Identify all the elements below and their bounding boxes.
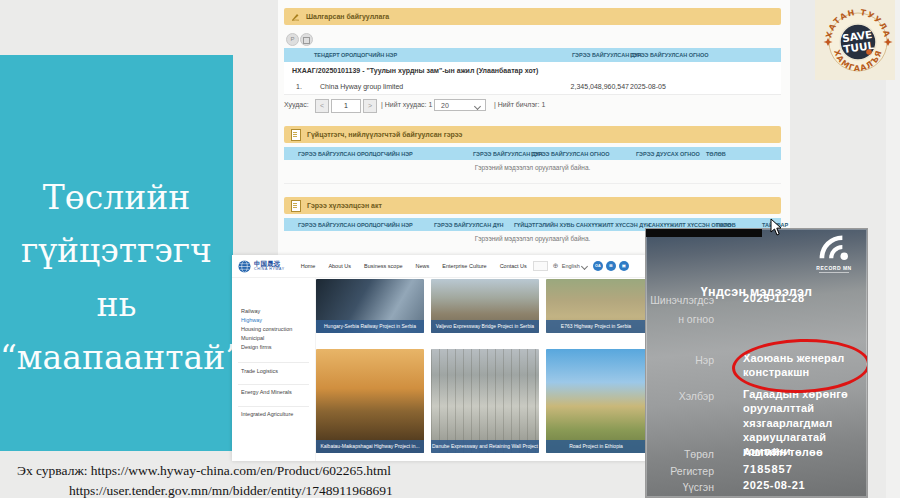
language-selector[interactable]: English <box>562 263 580 269</box>
site-header: 中国晟远 CHINA HYWAY Home About Us Business … <box>232 255 647 278</box>
site-logo-text: 中国晟远 CHINA HYWAY <box>254 261 285 271</box>
sidebar-item-railway[interactable]: Railway <box>241 308 260 314</box>
site-nav: Home About Us Business scope News Enterp… <box>301 263 527 269</box>
record-mn-logo: RECORD MN <box>809 234 859 273</box>
record-arcs-icon <box>819 234 849 260</box>
project-card-ethiopia-road[interactable]: Road Project in Ethiopia <box>546 349 646 453</box>
slide: Төслийн гүйцэтгэгч нь “маапаантай” Шалга… <box>0 0 900 498</box>
china-hyway-logo-icon <box>238 260 251 273</box>
section-act-header: Гэрээ хүлээлцсэн акт <box>284 197 781 214</box>
tender-group-title: НХААГ/20250101139 - "Туулын хурдны зам"-… <box>292 67 538 74</box>
headline-line1: Төслийн <box>0 171 233 224</box>
bidder-name: China Hyway group limited <box>320 83 403 90</box>
col3-1: ГЭРЭЭ БАЙГУУЛСАН ОРОЛЦОГЧИЙН НЭР <box>298 222 413 228</box>
nav-about-us[interactable]: About Us <box>328 263 351 269</box>
field-label: Үүсгэн байгуулагдсан <box>646 478 714 498</box>
project-card-kalbatau-highway[interactable]: Kalbatau-Maikapshagai Highway Project in… <box>316 349 424 453</box>
col2-5: ТӨЛӨВ <box>706 151 726 157</box>
sidebar-item-design-firms[interactable]: Design firms <box>241 344 272 350</box>
section-selected-org-header: Шалгарсан байгууллага <box>284 8 781 25</box>
section-contract-header: Гүйцэтгэгч, нийлүүлэгчтэй байгуулсан гэр… <box>284 126 781 143</box>
sidebar-item-municipal[interactable]: Municipal <box>241 335 264 341</box>
source-link-2[interactable]: https://user.tender.gov.mn/mn/bidder/ent… <box>69 481 393 498</box>
save-tuul-stamp-icon: ХАТАН ТУУЛА ХАМГААЛЪЯ SAVE TUUL <box>815 0 895 80</box>
card-caption: Road Project in Ethiopia <box>546 440 646 453</box>
site-sidebar: Railway Highway Housing construction Mun… <box>232 278 316 461</box>
field-value: 2025-08-21 <box>743 478 859 498</box>
record-mn-brand: RECORD MN <box>809 265 859 271</box>
page-size-value: 20 <box>441 100 449 112</box>
site-search-input[interactable] <box>533 261 548 271</box>
col3-4: САНХҮҮЖИЛТ ХҮССЭН ДҮН <box>576 222 650 228</box>
page-label: Хуудас: <box>284 101 309 108</box>
project-card-e763-highway[interactable]: E763 Highway Project in Serbia <box>546 279 646 333</box>
print-button[interactable]: P <box>286 33 299 46</box>
contract-date: 2025-08-05 <box>630 83 666 90</box>
headline-line3: “маапаантай” <box>0 331 233 384</box>
field-label: Шинэчлэгдсэн огноо <box>646 291 714 330</box>
china-hyway-website: 中国晟远 CHINA HYWAY Home About Us Business … <box>232 255 647 461</box>
source-link-1[interactable]: Эх сурвалж: https://www.hyway-china.com/… <box>17 461 393 481</box>
tender-group-row[interactable]: НХААГ/20250101139 - "Туулын хурдны зам"-… <box>284 62 781 80</box>
section2-title: Гүйцэтгэгч, нийлүүлэгчтэй байгуулсан гэр… <box>307 131 462 138</box>
record-mn-tagline <box>819 272 849 273</box>
export-button[interactable] <box>300 33 313 46</box>
sidebar-divider <box>238 406 309 407</box>
nav-enterprise-culture[interactable]: Enterprise Culture <box>442 263 486 269</box>
project-card-railway-serbia[interactable]: Hungary-Serbia Railway Project in Serbia <box>316 279 424 333</box>
card-caption: E763 Highway Project in Serbia <box>546 320 646 333</box>
logo-english: CHINA HYWAY <box>254 268 285 272</box>
sidebar-divider <box>238 384 309 385</box>
col2-3: ГЭРЭЭ БАЙГУУЛСАН ОГНОО <box>531 151 610 157</box>
source-links: Эх сурвалж: https://www.hyway-china.com/… <box>17 461 393 498</box>
header-buttons: OA ✉ ▤ <box>593 261 629 271</box>
chevron-down-icon <box>581 262 588 269</box>
card-caption: Hungary-Serbia Railway Project in Serbia <box>316 320 424 333</box>
col2-4: ГЭРЭЭ ДУУСАХ ОГНОО <box>636 151 700 157</box>
col-bidder-name: ТЕНДЕРТ ОРОЛЦОГЧИЙН НЭР <box>314 52 397 58</box>
col3-3: ГҮЙЦЭТГЭЛИЙН ХУВЬ <box>514 222 575 228</box>
project-card-valjevo-bridge[interactable]: Valjevo Expressway Bridge Project in Ser… <box>431 279 539 333</box>
page-size-select[interactable]: 20 <box>434 99 486 111</box>
mail-button[interactable]: ✉ <box>606 261 616 271</box>
document-icon <box>291 129 301 141</box>
save-tuul-badge: ХАТАН ТУУЛА ХАМГААЛЪЯ SAVE TUUL <box>815 0 895 80</box>
record-mn-panel: RECORD MN Үндсэн мэдээлэл Шинэчлэгдсэн о… <box>645 228 868 498</box>
export-icon <box>303 37 310 44</box>
nav-contact-us[interactable]: Contact Us <box>500 263 527 269</box>
sidebar-item-energy-minerals[interactable]: Energy And Minerals <box>241 389 292 395</box>
field-founded: Үүсгэн байгуулагдсан 2025-08-21 <box>646 478 867 498</box>
chevron-down-icon <box>474 103 481 110</box>
headline-text: Төслийн гүйцэтгэгч нь “маапаантай” <box>0 55 233 385</box>
prev-page-button[interactable]: < <box>315 99 329 113</box>
next-page-button[interactable]: > <box>363 99 377 113</box>
tender-table2-header: ГЭРЭЭ БАЙГУУЛСАН ОРОЛЦОГЧИЙН НЭР ГЭРЭЭ Б… <box>284 147 781 160</box>
total-records: | Нийт бичлэг: 1 <box>494 101 545 108</box>
nav-news[interactable]: News <box>416 263 430 269</box>
print-button-label: P <box>290 36 294 42</box>
project-card-danube-expressway[interactable]: Danube Expressway and Retaining Wall Pro… <box>431 349 539 453</box>
pagination: Хуудас: < 1 > | Нийт хуудас: 1 | 20 | Ни… <box>284 98 781 114</box>
sidebar-item-highway[interactable]: Highway <box>241 317 262 323</box>
globe-icon: ⊕ <box>553 262 559 270</box>
field-updated-date: Шинэчлэгдсэн огноо 2025-11-28 <box>646 291 867 330</box>
headline-panel: Төслийн гүйцэтгэгч нь “маапаантай” <box>0 55 233 451</box>
oa-button[interactable]: OA <box>593 261 603 271</box>
field-label: Нэр <box>646 351 714 380</box>
contract-amount: 2,345,048,960,547 <box>514 83 629 90</box>
sidebar-item-trade-logistics[interactable]: Trade Logistics <box>241 368 278 374</box>
sidebar-item-integrated-agriculture[interactable]: Integrated Agriculture <box>241 411 293 417</box>
nav-business-scope[interactable]: Business scope <box>364 263 403 269</box>
field-value: 2025-11-28 <box>743 291 859 330</box>
book-button[interactable]: ▤ <box>619 261 629 271</box>
document-icon <box>291 200 301 212</box>
sidebar-item-housing[interactable]: Housing construction <box>241 326 292 332</box>
section3-title: Гэрээ хүлээлцсэн акт <box>307 202 382 209</box>
sidebar-divider <box>238 362 309 363</box>
mouse-cursor-icon <box>770 218 782 240</box>
page-input[interactable]: 1 <box>331 99 361 113</box>
nav-home[interactable]: Home <box>301 263 316 269</box>
divider <box>284 183 781 184</box>
tender-data-row[interactable]: 1. China Hyway group limited 2,345,048,9… <box>284 79 781 95</box>
col-contract-date: ГЭРЭЭ БАЙГУУЛСАН ОГНОО <box>630 52 709 58</box>
